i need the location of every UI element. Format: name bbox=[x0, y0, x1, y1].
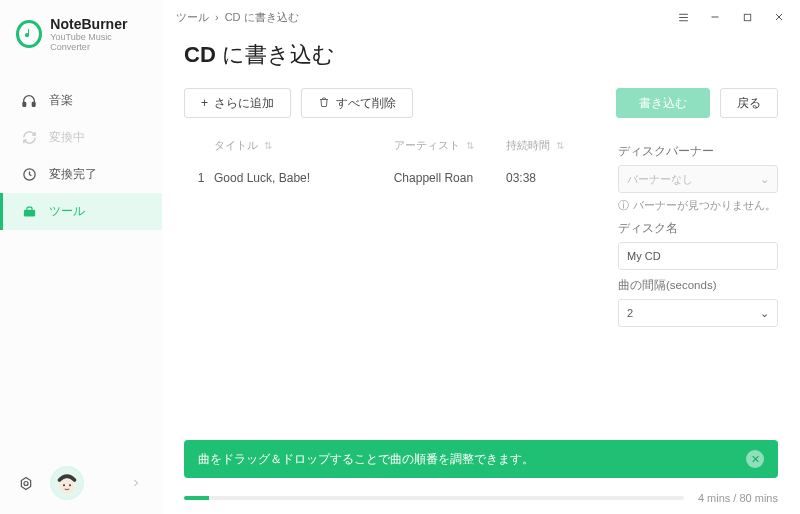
sidebar-nav: 音楽 変換中 変換完了 ツール bbox=[0, 82, 162, 230]
disc-name-label: ディスク名 bbox=[618, 221, 778, 236]
plus-icon: + bbox=[201, 96, 208, 110]
track-artist: Chappell Roan bbox=[394, 171, 506, 185]
table-row[interactable]: 1 Good Luck, Babe! Chappell Roan 03:38 bbox=[184, 161, 600, 195]
burn-button[interactable]: 書き込む bbox=[616, 88, 710, 118]
menu-icon[interactable] bbox=[676, 10, 690, 24]
close-icon[interactable]: ✕ bbox=[746, 450, 764, 468]
svg-marker-4 bbox=[21, 477, 30, 489]
track-number: 1 bbox=[188, 171, 214, 185]
maximize-icon[interactable] bbox=[740, 10, 754, 24]
svg-point-8 bbox=[63, 484, 65, 486]
settings-icon[interactable] bbox=[18, 475, 34, 491]
burner-select[interactable]: バーナーなし ⌄ bbox=[618, 165, 778, 193]
toolbox-icon bbox=[21, 204, 37, 220]
chevron-right-icon[interactable] bbox=[128, 475, 144, 491]
svg-point-7 bbox=[60, 479, 75, 494]
svg-rect-10 bbox=[744, 14, 750, 20]
sort-icon: ⇅ bbox=[556, 140, 564, 151]
chevron-right-icon: › bbox=[215, 11, 219, 23]
close-icon[interactable] bbox=[772, 10, 786, 24]
burner-label: ディスクバーナー bbox=[618, 144, 778, 159]
breadcrumb: ツール › CD に書き込む bbox=[176, 10, 299, 25]
sidebar-item-converting[interactable]: 変換中 bbox=[0, 119, 162, 156]
info-toast: 曲をドラッグ＆ドロップすることで曲の順番を調整できます。 ✕ bbox=[184, 440, 778, 478]
sidebar-item-label: ツール bbox=[49, 203, 85, 220]
svg-rect-1 bbox=[32, 102, 35, 106]
column-title[interactable]: タイトル⇅ bbox=[214, 138, 394, 153]
logo-icon bbox=[16, 20, 42, 48]
breadcrumb-root[interactable]: ツール bbox=[176, 10, 209, 25]
brand-title: NoteBurner bbox=[50, 16, 146, 32]
track-title: Good Luck, Babe! bbox=[214, 171, 394, 185]
clock-icon bbox=[21, 167, 37, 183]
gap-select[interactable]: 2 ⌄ bbox=[618, 299, 778, 327]
capacity-text: 4 mins / 80 mins bbox=[698, 492, 778, 504]
capacity-progress bbox=[184, 496, 684, 500]
svg-point-9 bbox=[69, 484, 71, 486]
sort-icon: ⇅ bbox=[264, 140, 272, 151]
column-duration[interactable]: 持続時間⇅ bbox=[506, 138, 596, 153]
track-duration: 03:38 bbox=[506, 171, 596, 185]
minimize-icon[interactable] bbox=[708, 10, 722, 24]
headphones-icon bbox=[21, 93, 37, 109]
burn-settings-panel: ディスクバーナー バーナーなし ⌄ ⓘ バーナーが見つかりません。 ディスク名 … bbox=[618, 130, 778, 402]
gap-label: 曲の間隔(seconds) bbox=[618, 278, 778, 293]
svg-point-5 bbox=[24, 481, 28, 485]
sidebar-item-tools[interactable]: ツール bbox=[0, 193, 162, 230]
sidebar-item-done[interactable]: 変換完了 bbox=[0, 156, 162, 193]
svg-rect-0 bbox=[23, 102, 26, 106]
breadcrumb-current: CD に書き込む bbox=[225, 10, 299, 25]
track-table: タイトル⇅ アーティスト⇅ 持続時間⇅ 1 Good Luck, Babe! C… bbox=[184, 130, 600, 402]
svg-rect-3 bbox=[23, 210, 34, 217]
trash-icon bbox=[318, 96, 330, 111]
page-title: CD に書き込む bbox=[184, 40, 778, 70]
info-icon: ⓘ bbox=[618, 199, 629, 213]
back-button[interactable]: 戻る bbox=[720, 88, 778, 118]
clear-button[interactable]: すべて削除 bbox=[301, 88, 413, 118]
add-button[interactable]: + さらに追加 bbox=[184, 88, 291, 118]
sidebar-item-music[interactable]: 音楽 bbox=[0, 82, 162, 119]
toast-text: 曲をドラッグ＆ドロップすることで曲の順番を調整できます。 bbox=[198, 451, 534, 468]
avatar[interactable] bbox=[50, 466, 84, 500]
sidebar-item-label: 音楽 bbox=[49, 92, 73, 109]
brand-subtitle: YouTube Music Converter bbox=[50, 32, 146, 52]
column-artist[interactable]: アーティスト⇅ bbox=[394, 138, 506, 153]
disc-name-input[interactable] bbox=[618, 242, 778, 270]
brand: NoteBurner YouTube Music Converter bbox=[0, 0, 162, 62]
chevron-down-icon: ⌄ bbox=[760, 307, 769, 320]
chevron-down-icon: ⌄ bbox=[760, 173, 769, 186]
refresh-icon bbox=[21, 130, 37, 146]
sort-icon: ⇅ bbox=[466, 140, 474, 151]
sidebar-item-label: 変換中 bbox=[49, 129, 85, 146]
sidebar-item-label: 変換完了 bbox=[49, 166, 97, 183]
burner-warning: ⓘ バーナーが見つかりません。 bbox=[618, 199, 778, 213]
